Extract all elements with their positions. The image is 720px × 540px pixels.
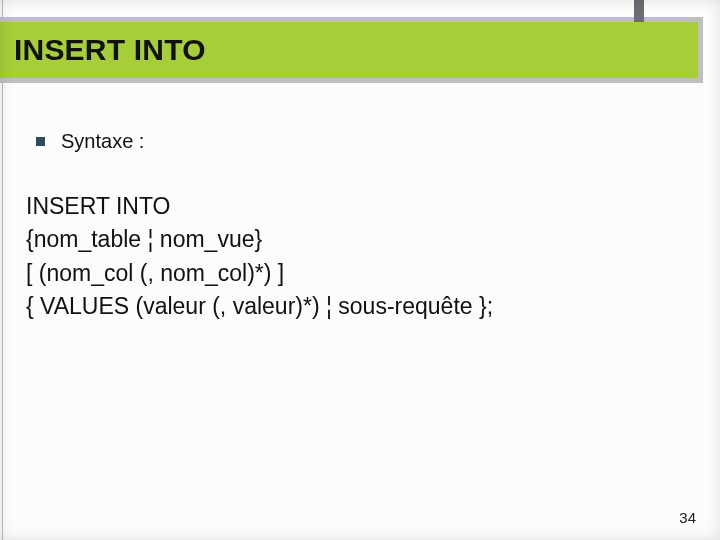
syntax-block: INSERT INTO {nom_table ¦ nom_vue} [ (nom… (26, 190, 680, 323)
syntax-line-2: {nom_table ¦ nom_vue} (26, 223, 680, 256)
slide-title: INSERT INTO (10, 29, 212, 71)
title-wrap: INSERT INTO (10, 18, 660, 82)
slide: INSERT INTO Syntaxe : INSERT INTO {nom_t… (0, 0, 720, 540)
banner-frame-right (698, 17, 703, 83)
syntax-line-4: { VALUES (valeur (, valeur)*) ¦ sous-req… (26, 290, 680, 323)
bullet-label: Syntaxe : (61, 130, 144, 153)
page-number: 34 (679, 509, 696, 526)
syntax-line-3: [ (nom_col (, nom_col)*) ] (26, 257, 680, 290)
syntax-line-1: INSERT INTO (26, 190, 680, 223)
bullet-icon (36, 137, 45, 146)
bullet-row: Syntaxe : (36, 130, 144, 153)
